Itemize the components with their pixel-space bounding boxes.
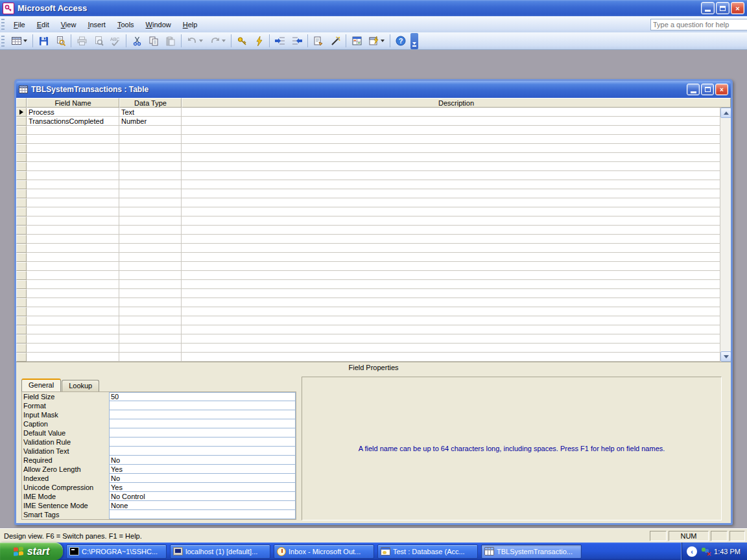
field-name-cell[interactable]	[27, 271, 119, 280]
menu-file[interactable]: File	[8, 19, 31, 30]
property-value-input[interactable]	[109, 401, 296, 410]
print-button[interactable]	[74, 34, 89, 48]
field-name-cell[interactable]	[27, 153, 119, 162]
paste-button[interactable]	[163, 34, 178, 48]
row-selector[interactable]	[16, 207, 27, 216]
view-design-button[interactable]	[8, 34, 30, 48]
data-type-cell[interactable]	[119, 280, 182, 289]
field-name-cell[interactable]: Process	[27, 108, 119, 117]
row-selector[interactable]	[16, 108, 27, 117]
data-type-cell[interactable]	[119, 180, 182, 189]
data-type-cell[interactable]	[119, 162, 182, 171]
new-object-button[interactable]	[366, 34, 387, 48]
restore-button[interactable]	[716, 2, 729, 14]
doc-maximize-button[interactable]	[701, 84, 714, 95]
properties-button[interactable]	[311, 34, 326, 48]
data-type-cell[interactable]	[119, 316, 182, 325]
row-selector[interactable]	[16, 171, 27, 180]
description-cell[interactable]	[182, 289, 731, 298]
menu-help[interactable]: Help	[177, 19, 204, 30]
data-type-cell[interactable]	[119, 307, 182, 316]
description-cell[interactable]	[182, 198, 731, 207]
row-selector[interactable]	[16, 262, 27, 271]
data-type-cell[interactable]	[119, 244, 182, 253]
data-type-cell[interactable]	[119, 353, 182, 362]
menu-tools[interactable]: Tools	[112, 19, 140, 30]
description-cell[interactable]	[182, 280, 731, 289]
menu-drag-handle[interactable]	[1, 19, 5, 30]
field-name-cell[interactable]	[27, 334, 119, 344]
data-type-cell[interactable]	[119, 262, 182, 271]
row-selector[interactable]	[16, 307, 27, 316]
data-type-cell[interactable]	[119, 334, 182, 344]
field-name-cell[interactable]	[27, 198, 119, 207]
field-name-cell[interactable]: TransactionsCompleted	[27, 117, 119, 126]
description-cell[interactable]	[182, 316, 731, 325]
save-button[interactable]	[36, 34, 51, 48]
description-cell[interactable]	[182, 226, 731, 235]
row-selector[interactable]	[16, 226, 27, 235]
property-value-input[interactable]: No	[109, 455, 296, 465]
row-selector[interactable]	[16, 334, 27, 344]
menu-insert[interactable]: Insert	[82, 19, 112, 30]
doc-minimize-button[interactable]	[687, 84, 700, 95]
property-value-input[interactable]	[109, 437, 296, 447]
grid-vertical-scrollbar[interactable]	[720, 108, 731, 362]
description-cell[interactable]	[182, 262, 731, 271]
description-cell[interactable]	[182, 353, 731, 362]
taskbar-button[interactable]: Test : Database (Acc...	[377, 544, 478, 559]
field-name-cell[interactable]	[27, 180, 119, 189]
data-type-cell[interactable]	[119, 198, 182, 207]
tray-expand-icon[interactable]: ‹	[687, 546, 697, 557]
description-cell[interactable]	[182, 344, 731, 353]
help-search-input[interactable]	[650, 19, 747, 30]
field-name-cell[interactable]	[27, 289, 119, 298]
row-selector[interactable]	[16, 135, 27, 144]
help-button[interactable]: ?	[393, 34, 409, 48]
row-selector[interactable]	[16, 117, 27, 126]
row-selector[interactable]	[16, 144, 27, 153]
description-cell[interactable]	[182, 135, 731, 144]
row-selector[interactable]	[16, 244, 27, 253]
tab-general[interactable]: General	[21, 379, 61, 391]
data-type-cell[interactable]	[119, 344, 182, 353]
start-button[interactable]: start	[0, 542, 63, 560]
property-value-input[interactable]: Yes	[109, 464, 296, 474]
row-selector[interactable]	[16, 298, 27, 307]
property-value-input[interactable]	[109, 509, 296, 519]
tray-alert-icon[interactable]	[701, 547, 710, 555]
row-selector[interactable]	[16, 280, 27, 289]
scroll-down-button[interactable]	[720, 351, 731, 362]
delete-rows-button[interactable]	[289, 34, 305, 48]
taskbar-button[interactable]: localhost (1) [default]...	[170, 544, 270, 559]
field-name-cell[interactable]	[27, 280, 119, 289]
property-value-input[interactable]: No Control	[109, 491, 296, 501]
field-name-cell[interactable]	[27, 144, 119, 153]
tab-lookup[interactable]: Lookup	[62, 380, 99, 391]
description-cell[interactable]	[182, 126, 731, 135]
row-selector[interactable]	[16, 353, 27, 362]
description-cell[interactable]	[182, 207, 731, 216]
description-header[interactable]: Description	[182, 98, 731, 108]
toolbar-drag-handle[interactable]	[1, 36, 5, 47]
insert-rows-button[interactable]	[272, 34, 288, 48]
row-selector[interactable]	[16, 162, 27, 171]
field-name-header[interactable]: Field Name	[27, 98, 119, 108]
data-type-header[interactable]: Data Type	[119, 98, 182, 108]
field-name-cell[interactable]	[27, 325, 119, 334]
data-type-cell[interactable]: Number	[119, 117, 182, 126]
row-selector-header[interactable]	[16, 98, 27, 108]
data-type-cell[interactable]	[119, 298, 182, 307]
print-preview-button[interactable]	[91, 34, 106, 48]
data-type-cell[interactable]	[119, 271, 182, 280]
database-window-button[interactable]	[349, 34, 364, 48]
field-name-cell[interactable]	[27, 344, 119, 353]
menu-window[interactable]: Window	[140, 19, 177, 30]
description-cell[interactable]	[182, 108, 731, 117]
data-type-cell[interactable]	[119, 235, 182, 244]
row-selector[interactable]	[16, 325, 27, 334]
field-name-cell[interactable]	[27, 207, 119, 216]
data-type-cell[interactable]	[119, 253, 182, 262]
field-name-cell[interactable]	[27, 226, 119, 235]
menu-edit[interactable]: Edit	[31, 19, 55, 30]
